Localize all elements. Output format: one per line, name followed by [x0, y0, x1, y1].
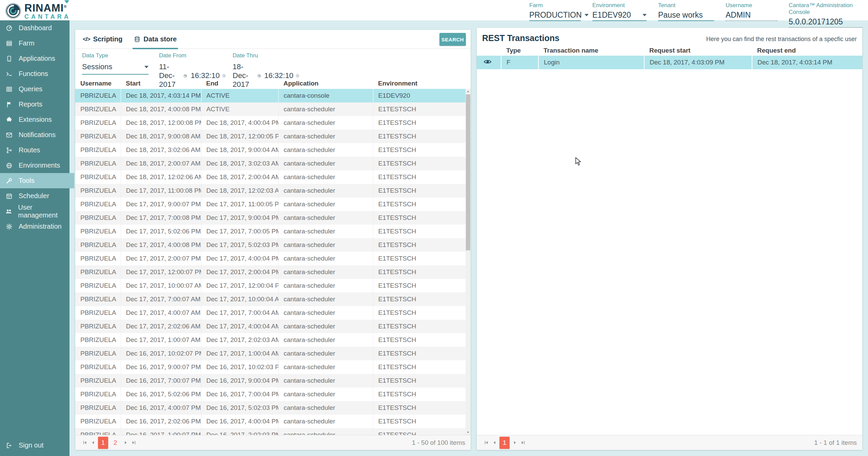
next-page-button[interactable]	[121, 439, 130, 447]
dashboard-icon	[5, 24, 13, 32]
date-thru-field[interactable]: Date Thru 18-Dec-2017 16:32:10	[233, 52, 299, 92]
farm-select[interactable]: Farm PRODUCTION	[529, 2, 581, 28]
sidebar-item-sign-out[interactable]: Sign out	[0, 438, 70, 453]
cell-environment: E1TESTSCH	[373, 347, 466, 360]
console-version-label: Cantara™ Administration Console	[789, 2, 863, 16]
session-row[interactable]: PBRIZUELA Dec 18, 2017, 2:00:07 AM Dec 1…	[75, 157, 466, 170]
session-row[interactable]: PBRIZUELA Dec 17, 2017, 7:00:07 AM Dec 1…	[75, 292, 466, 306]
scroll-up-arrow-icon[interactable]	[466, 89, 471, 94]
session-row[interactable]: PBRIZUELA Dec 18, 2017, 12:00:08 PM Dec …	[75, 116, 466, 130]
cell-environment: E1TESTSCH	[373, 130, 466, 143]
session-row[interactable]: PBRIZUELA Dec 17, 2017, 2:02:06 AM Dec 1…	[75, 320, 466, 333]
session-row[interactable]: PBRIZUELA Dec 16, 2017, 4:00:07 PM Dec 1…	[75, 401, 466, 415]
session-row[interactable]: PBRIZUELA Dec 17, 2017, 9:00:07 PM Dec 1…	[75, 197, 466, 211]
data-type-select[interactable]: Data Type Sessions	[82, 52, 149, 75]
sidebar-item-scheduler[interactable]: Scheduler	[0, 188, 70, 204]
rest-transactions-panel: REST Transactions Here you can find the …	[477, 28, 862, 450]
vertical-scrollbar[interactable]	[466, 89, 471, 435]
tab-data-store[interactable]: Data store	[134, 30, 177, 49]
cell-environment: E1TESTSCH	[373, 279, 466, 292]
session-row[interactable]: PBRIZUELA Dec 16, 2017, 10:02:07 PM Dec …	[75, 347, 466, 360]
items-summary: 1 - 1 of 1 items	[814, 439, 857, 446]
tenant-field[interactable]: Tenant Pause works	[658, 2, 714, 28]
page-2-button[interactable]: 2	[110, 437, 120, 449]
cell-start: Dec 17, 2017, 1:00:07 AM	[121, 333, 201, 347]
view-transaction-eye-icon[interactable]	[484, 57, 492, 66]
cell-end: ACTIVE	[201, 89, 278, 102]
session-row[interactable]: PBRIZUELA Dec 18, 2017, 3:02:06 AM Dec 1…	[75, 143, 466, 157]
cell-application: cantara-scheduler	[278, 415, 373, 428]
page-1-button[interactable]: 1	[98, 437, 108, 449]
search-button[interactable]: SEARCH	[439, 33, 466, 46]
session-row[interactable]: PBRIZUELA Dec 17, 2017, 1:00:07 AM Dec 1…	[75, 333, 466, 347]
last-page-button[interactable]	[130, 439, 138, 447]
tab-scripting[interactable]: </> Scripting	[83, 30, 122, 49]
top-bar: RINAMI® CANTARA Farm PRODUCTION Environm…	[0, 0, 868, 20]
data-type-value: Sessions	[82, 62, 112, 71]
session-row[interactable]: PBRIZUELA Dec 18, 2017, 9:00:08 AM Dec 1…	[75, 130, 466, 143]
session-row[interactable]: PBRIZUELA Dec 16, 2017, 2:02:06 PM Dec 1…	[75, 415, 466, 428]
rest-transactions-title: REST Transactions	[482, 33, 559, 43]
page-1-button[interactable]: 1	[499, 437, 510, 449]
session-row[interactable]: PBRIZUELA Dec 17, 2017, 12:00:07 PM Dec …	[75, 265, 466, 279]
calendar-icon[interactable]	[183, 72, 187, 79]
date-from-field[interactable]: Date From 11-Dec-2017 16:32:10	[159, 52, 226, 92]
previous-page-button[interactable]	[89, 439, 97, 447]
session-row[interactable]: PBRIZUELA Dec 16, 2017, 7:00:07 PM Dec 1…	[75, 374, 466, 387]
cell-end: Dec 16, 2017, 5:02:03 PM	[201, 401, 278, 415]
cell-application: cantara-console	[278, 89, 373, 102]
cell-username: PBRIZUELA	[75, 292, 121, 306]
cell-username: PBRIZUELA	[75, 415, 121, 428]
session-row[interactable]: PBRIZUELA Dec 16, 2017, 1:00:07 PM Dec 1…	[75, 428, 466, 435]
next-page-button[interactable]	[511, 439, 519, 447]
sidebar-item-environments[interactable]: Environments	[0, 158, 70, 173]
cell-environment: E1TESTSCH	[373, 143, 466, 157]
first-page-button[interactable]	[81, 439, 89, 447]
session-row[interactable]: PBRIZUELA Dec 18, 2017, 12:02:06 AM Dec …	[75, 170, 466, 184]
cell-end: Dec 17, 2017, 10:00:04 AM	[201, 292, 278, 306]
first-page-button[interactable]	[482, 439, 490, 447]
clock-icon[interactable]	[296, 72, 299, 79]
sidebar-item-notifications[interactable]: Notifications	[0, 127, 70, 142]
cell-end: Dec 17, 2017, 12:00:04 PM	[201, 279, 278, 292]
sidebar-item-reports[interactable]: Reports	[0, 97, 70, 112]
sidebar-item-functions[interactable]: Functions	[0, 66, 70, 81]
cell-start: Dec 16, 2017, 2:02:06 PM	[121, 415, 201, 428]
sidebar-item-tools[interactable]: Tools	[0, 173, 74, 188]
session-row[interactable]: PBRIZUELA Dec 17, 2017, 5:02:06 PM Dec 1…	[75, 225, 466, 238]
session-row[interactable]: PBRIZUELA Dec 16, 2017, 9:00:07 PM Dec 1…	[75, 360, 466, 374]
cell-end: Dec 18, 2017, 4:00:04 PM	[201, 116, 278, 130]
header-fields: Farm PRODUCTION Environment E1DEV920 Ten…	[529, 2, 863, 28]
session-row[interactable]: PBRIZUELA Dec 18, 2017, 4:00:08 PM ACTIV…	[75, 102, 466, 116]
calendar-icon[interactable]	[257, 72, 261, 79]
session-row[interactable]: PBRIZUELA Dec 17, 2017, 2:00:07 PM Dec 1…	[75, 252, 466, 265]
previous-page-button[interactable]	[490, 439, 498, 447]
cell-environment: E1TESTSCH	[373, 102, 466, 116]
session-row[interactable]: PBRIZUELA Dec 17, 2017, 7:00:08 PM Dec 1…	[75, 211, 466, 225]
session-row[interactable]: PBRIZUELA Dec 18, 2017, 4:03:14 PM ACTIV…	[75, 89, 466, 102]
sidebar-item-dashboard[interactable]: Dashboard	[0, 20, 70, 36]
sidebar-item-farm[interactable]: Farm	[0, 36, 70, 51]
session-row[interactable]: PBRIZUELA Dec 17, 2017, 11:00:08 PM Dec …	[75, 184, 466, 197]
sidebar-item-applications[interactable]: Applications	[0, 51, 70, 66]
items-summary: 1 - 50 of 100 items	[412, 439, 465, 446]
session-row[interactable]: PBRIZUELA Dec 17, 2017, 4:00:08 PM Dec 1…	[75, 238, 466, 252]
environment-select[interactable]: Environment E1DEV920	[592, 2, 647, 28]
cell-username: PBRIZUELA	[75, 238, 121, 252]
sidebar-item-user-management[interactable]: User management	[0, 204, 70, 219]
sidebar-item-queries[interactable]: Queries	[0, 81, 70, 97]
scrollbar-thumb[interactable]	[466, 94, 470, 250]
sidebar-item-extensions[interactable]: Extensions	[0, 112, 70, 127]
session-row[interactable]: PBRIZUELA Dec 17, 2017, 4:00:07 AM Dec 1…	[75, 306, 466, 320]
cell-environment: E1TESTSCH	[373, 197, 466, 211]
sidebar-item-administration[interactable]: Administration	[0, 219, 70, 234]
session-row[interactable]: PBRIZUELA Dec 16, 2017, 5:02:06 PM Dec 1…	[75, 387, 466, 401]
cell-end: Dec 17, 2017, 4:00:04 AM	[201, 320, 278, 333]
transaction-row[interactable]: F Login Dec 18, 2017, 4:03:09 PM Dec 18,…	[477, 56, 862, 69]
clock-icon[interactable]	[222, 72, 226, 79]
scroll-down-arrow-icon[interactable]	[466, 430, 471, 435]
last-page-button[interactable]	[519, 439, 527, 447]
session-row[interactable]: PBRIZUELA Dec 17, 2017, 10:00:07 AM Dec …	[75, 279, 466, 292]
data-type-label: Data Type	[82, 52, 149, 59]
sidebar-item-routes[interactable]: Routes	[0, 142, 70, 158]
